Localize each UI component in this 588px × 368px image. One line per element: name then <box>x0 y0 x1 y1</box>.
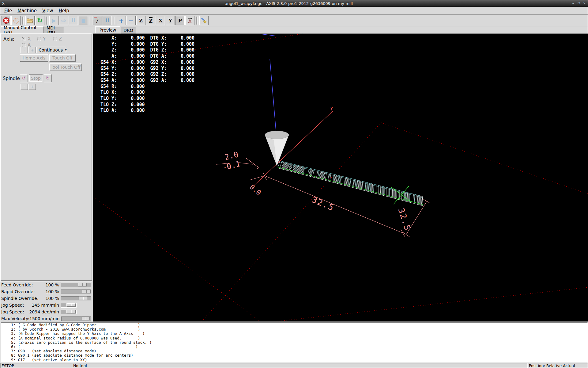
zoom-in-button[interactable]: + <box>117 16 126 25</box>
tab-dro[interactable]: DRO <box>121 27 136 33</box>
feed-override-label: Feed Override: <box>1 282 33 287</box>
feed-path-line <box>277 167 423 205</box>
optional-pause-icon <box>105 18 109 23</box>
feed-override-row: Feed Override: 100 % <box>0 282 92 288</box>
optional-pause-toggle[interactable] <box>103 16 112 25</box>
gcode-listing[interactable]: 1: ( G-Code Modified by G-Code Ripper ) … <box>1 322 588 362</box>
menu-machine[interactable]: Machine <box>15 7 40 14</box>
dimension-labels: 2.0 -0.1 0.0 32.5 32.5 <box>221 150 413 232</box>
spindle-override-value: 100 % <box>46 296 61 301</box>
jog-speed-angular-slider[interactable] <box>61 310 77 314</box>
rapid-override-value: 100 % <box>46 289 61 294</box>
jog-speed-value: 145 mm/min <box>32 303 61 308</box>
toolbar-separator <box>196 17 198 25</box>
toolpath <box>277 161 423 206</box>
manual-control-panel: Manual Control [F3] MDI [F5] Axis: X Y Z… <box>0 26 92 281</box>
view-z-rotated-label: Z <box>149 17 153 24</box>
max-velocity-label: Max Velocity: <box>1 316 29 321</box>
jog-plus-button[interactable]: + <box>28 47 36 53</box>
spindle-override-slider[interactable] <box>61 296 91 301</box>
view-x-label: X <box>158 17 162 24</box>
axis-radio-x[interactable]: X <box>22 36 31 42</box>
axis-radio-y[interactable]: Y <box>37 36 46 42</box>
menu-bar: File Machine View Help <box>0 7 588 15</box>
menu-help[interactable]: Help <box>56 7 72 14</box>
jog-mode-dropdown[interactable]: Continuous ▼ <box>36 47 65 53</box>
skip-lines-toggle[interactable]: / <box>93 16 102 25</box>
open-file-button[interactable] <box>25 16 35 25</box>
reload-button[interactable]: ↻ <box>35 16 44 25</box>
view-z-button[interactable]: Z <box>136 16 145 25</box>
toolbar-separator <box>90 17 91 25</box>
minimize-icon[interactable]: − <box>571 2 575 6</box>
home-axis-button[interactable]: Home Axis <box>20 54 48 62</box>
rapid-override-slider[interactable] <box>61 289 91 294</box>
jog-minus-button[interactable]: - <box>21 47 28 53</box>
rotate-view-button[interactable] <box>185 16 194 25</box>
menu-file[interactable]: File <box>2 7 15 14</box>
pause-icon <box>71 18 76 23</box>
pause-button[interactable] <box>69 16 78 25</box>
rapid-override-row: Rapid Override: 100 % <box>0 288 92 295</box>
run-icon: ▶ <box>52 17 56 24</box>
toolbar-separator <box>46 17 47 25</box>
tab-manual-control[interactable]: Manual Control [F3] <box>1 26 44 33</box>
menu-view[interactable]: View <box>40 7 56 14</box>
radio-circle <box>53 37 57 41</box>
machine-power-button[interactable] <box>11 16 21 25</box>
slider-handle[interactable] <box>66 310 76 313</box>
slider-handle[interactable] <box>78 283 87 286</box>
zoom-out-icon: − <box>129 17 134 24</box>
radio-circle <box>37 37 41 41</box>
rotate-view-icon <box>187 17 193 24</box>
feed-override-slider[interactable] <box>61 283 91 287</box>
skip-lines-icon: / <box>96 17 99 24</box>
zoom-out-button[interactable]: − <box>126 16 136 25</box>
axis-label: Axis: <box>3 36 14 42</box>
tool-touch-off-button[interactable]: Tool Touch Off <box>49 63 82 71</box>
view-y-button[interactable]: Y <box>166 16 175 25</box>
spindle-stop-button[interactable]: Stop <box>29 74 43 82</box>
spindle-minus-button[interactable]: - <box>21 84 28 90</box>
view-z-rotated-button[interactable]: Z <box>146 16 155 25</box>
jog-speed-slider[interactable] <box>61 303 77 308</box>
title-bar[interactable]: X angel1_wrapyf.ngc - AXIS 2.8.0-pre1-29… <box>0 0 588 7</box>
spindle-cw-icon: ↻ <box>46 75 50 81</box>
dim-x-len: 32.5 <box>311 195 336 213</box>
max-velocity-row: Max Velocity: 1500 mm/min <box>0 315 92 322</box>
slider-handle[interactable] <box>79 297 87 300</box>
view-x-button[interactable]: X <box>156 16 165 25</box>
run-step-button[interactable]: ⇨ <box>59 16 68 25</box>
spindle-cw-button[interactable]: ↻ <box>44 74 52 82</box>
jog-speed-angular-row: Jog Speed: 2094 deg/min <box>0 309 92 315</box>
status-estop: ESTOP <box>0 363 72 368</box>
tool-cone <box>265 131 289 166</box>
dro-readout: X: 0.000 DTG X: 0.000 Y: 0.000 DTG Y: 0.… <box>100 35 194 114</box>
close-icon[interactable]: ✕ <box>582 2 586 6</box>
stop-icon: ■ <box>81 18 85 23</box>
spindle-override-label: Spindle Override: <box>1 296 39 301</box>
slider-handle[interactable] <box>66 303 76 307</box>
spindle-plus-button[interactable]: + <box>28 84 36 90</box>
spindle-ccw-button[interactable]: ↺ <box>20 74 28 82</box>
clear-plot-button[interactable] <box>199 16 209 25</box>
touch-off-button[interactable]: Touch Off <box>49 54 76 62</box>
max-velocity-slider[interactable] <box>61 316 92 321</box>
preview-canvas[interactable]: Y <box>93 33 588 322</box>
stop-button[interactable]: ■ <box>79 16 88 25</box>
toolbar-separator <box>114 17 115 25</box>
tab-preview[interactable]: Preview <box>95 26 120 33</box>
run-button[interactable]: ▶ <box>49 16 58 25</box>
dim-z-bot: -0.1 <box>221 159 241 172</box>
dim-x-min: 0.0 <box>248 183 263 197</box>
jog-speed-angular-value: 2094 deg/min <box>29 309 61 314</box>
spindle-ccw-icon: ↺ <box>22 75 26 81</box>
spindle-override-row: Spindle Override: 100 % <box>0 295 92 302</box>
maximize-icon[interactable]: ❐ <box>577 2 581 6</box>
tab-mdi[interactable]: MDI [F5] <box>44 27 64 33</box>
slider-handle[interactable] <box>82 290 91 293</box>
axis-radio-z[interactable]: Z <box>53 36 62 42</box>
estop-button[interactable] <box>2 16 11 25</box>
view-perspective-button[interactable]: P <box>175 16 185 25</box>
slider-handle[interactable] <box>82 317 90 320</box>
